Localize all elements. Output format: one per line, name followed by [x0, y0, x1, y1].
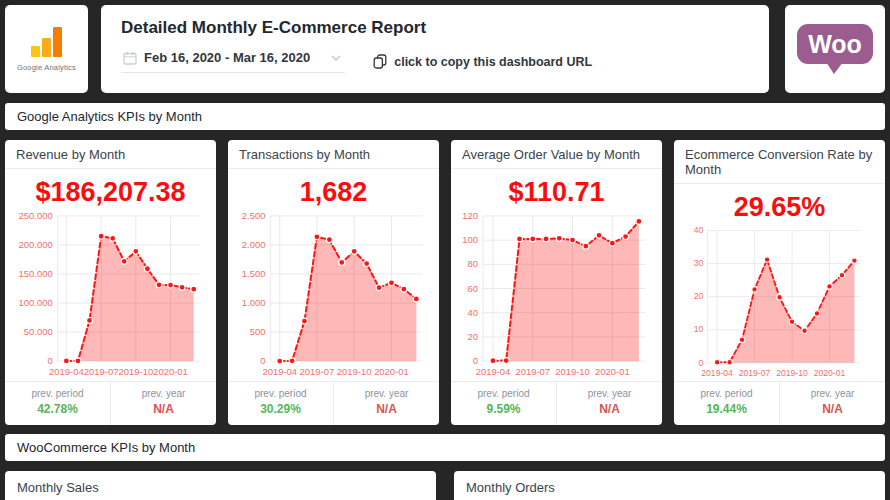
- copy-url-label: click to copy this dashboard URL: [394, 55, 592, 69]
- svg-text:1.000: 1.000: [242, 297, 266, 308]
- svg-text:2019-04: 2019-04: [476, 366, 511, 377]
- svg-text:2019-07: 2019-07: [739, 368, 771, 378]
- svg-text:2020-01: 2020-01: [153, 366, 188, 377]
- kpi-value: 29.65%: [674, 184, 885, 223]
- google-analytics-label: Google Analytics: [17, 63, 76, 72]
- kpi-card-revenue: Revenue by Month $186,207.38 050.000100.…: [5, 140, 216, 425]
- dashboard-page: Google Analytics Detailed Monthly E-Comm…: [0, 0, 890, 500]
- header-row: Google Analytics Detailed Monthly E-Comm…: [5, 5, 885, 93]
- prev-period-cell: prev. period 9.59%: [451, 382, 556, 425]
- kpi-value: $110.71: [451, 169, 662, 208]
- kpi-footer: prev. period 9.59% prev. year N/A: [451, 381, 662, 425]
- prev-year-label: prev. year: [780, 388, 885, 399]
- prev-period-cell: prev. period 19.44%: [674, 382, 779, 425]
- prev-period-cell: prev. period 30.29%: [228, 382, 333, 425]
- svg-text:2020-01: 2020-01: [595, 366, 630, 377]
- prev-year-cell: prev. year N/A: [556, 382, 662, 425]
- prev-year-value: N/A: [780, 402, 885, 416]
- prev-period-value: 30.29%: [228, 402, 333, 416]
- prev-year-cell: prev. year N/A: [779, 382, 885, 425]
- svg-text:2019-04: 2019-04: [49, 366, 84, 377]
- svg-text:20: 20: [694, 291, 704, 301]
- svg-text:0: 0: [473, 355, 478, 366]
- header-controls: Feb 16, 2020 - Mar 16, 2020 click to cop…: [121, 50, 749, 73]
- svg-text:200.000: 200.000: [19, 239, 53, 250]
- prev-period-label: prev. period: [5, 388, 110, 399]
- svg-text:40: 40: [694, 225, 704, 235]
- prev-year-label: prev. year: [111, 388, 216, 399]
- transactions-chart[interactable]: 05001.0001.5002.0002.5002019-042019-0720…: [228, 208, 439, 381]
- svg-text:80: 80: [468, 258, 479, 269]
- kpi-footer: prev. period 30.29% prev. year N/A: [228, 381, 439, 425]
- kpi-card-average-order-value: Average Order Value by Month $110.71 020…: [451, 140, 662, 425]
- google-analytics-icon: [30, 27, 64, 57]
- svg-text:50.000: 50.000: [24, 326, 53, 337]
- prev-year-value: N/A: [557, 402, 662, 416]
- woo-logo-text: Woo: [808, 30, 862, 58]
- kpi-value: $186,207.38: [5, 169, 216, 208]
- kpi-title: Average Order Value by Month: [451, 140, 662, 169]
- average-order-value-chart[interactable]: 0204060801001202019-042019-072019-102020…: [451, 208, 662, 381]
- section-title: Google Analytics KPIs by Month: [17, 109, 202, 124]
- bottom-row: Monthly Sales Monthly Orders: [5, 471, 885, 500]
- report-header-card: Detailed Monthly E-Commerce Report Feb 1…: [101, 5, 769, 93]
- svg-text:20: 20: [468, 331, 479, 342]
- svg-text:2019-10: 2019-10: [555, 366, 590, 377]
- svg-text:2019-07: 2019-07: [515, 366, 550, 377]
- card-monthly-sales: Monthly Sales: [5, 471, 436, 500]
- prev-period-value: 9.59%: [451, 402, 556, 416]
- prev-year-cell: prev. year N/A: [110, 382, 216, 425]
- prev-period-label: prev. period: [451, 388, 556, 399]
- prev-period-cell: prev. period 42.78%: [5, 382, 110, 425]
- svg-text:30: 30: [694, 258, 704, 268]
- svg-text:2020-01: 2020-01: [814, 368, 846, 378]
- google-analytics-badge: Google Analytics: [5, 5, 88, 93]
- kpi-row: Revenue by Month $186,207.38 050.000100.…: [5, 140, 885, 425]
- kpi-footer: prev. period 42.78% prev. year N/A: [5, 381, 216, 425]
- svg-text:2019-10: 2019-10: [776, 368, 808, 378]
- kpi-card-transactions: Transactions by Month 1,682 05001.0001.5…: [228, 140, 439, 425]
- report-title: Detailed Monthly E-Commerce Report: [121, 18, 749, 38]
- kpi-card-conversion-rate: Ecommerce Conversion Rate by Month 29.65…: [674, 140, 885, 425]
- svg-text:150.000: 150.000: [19, 268, 53, 279]
- card-monthly-orders: Monthly Orders: [454, 471, 885, 500]
- svg-text:2020-01: 2020-01: [374, 366, 409, 377]
- date-range-value: Feb 16, 2020 - Mar 16, 2020: [144, 50, 310, 65]
- svg-text:2019-07: 2019-07: [300, 366, 335, 377]
- prev-period-value: 42.78%: [5, 402, 110, 416]
- svg-text:60: 60: [468, 283, 479, 294]
- svg-text:0: 0: [698, 358, 703, 368]
- svg-text:40: 40: [468, 307, 479, 318]
- svg-text:2.500: 2.500: [242, 210, 266, 221]
- date-range-picker[interactable]: Feb 16, 2020 - Mar 16, 2020: [121, 50, 345, 73]
- svg-text:2019-07: 2019-07: [84, 366, 119, 377]
- svg-text:100: 100: [462, 234, 478, 245]
- section-title: WooCommerce KPIs by Month: [17, 440, 195, 455]
- kpi-title: Ecommerce Conversion Rate by Month: [674, 140, 885, 184]
- prev-period-label: prev. period: [674, 388, 779, 399]
- svg-text:120: 120: [462, 210, 478, 221]
- prev-year-cell: prev. year N/A: [333, 382, 439, 425]
- revenue-chart[interactable]: 050.000100.000150.000200.000250.0002019-…: [5, 208, 216, 381]
- svg-text:100.000: 100.000: [19, 297, 53, 308]
- prev-period-value: 19.44%: [674, 402, 779, 416]
- calendar-icon: [123, 51, 137, 65]
- section-header-google-analytics: Google Analytics KPIs by Month: [5, 103, 885, 130]
- conversion-rate-chart[interactable]: 0102030402019-042019-072019-102020-01: [674, 223, 885, 381]
- chevron-down-icon: [331, 55, 341, 61]
- prev-year-label: prev. year: [334, 388, 439, 399]
- prev-year-value: N/A: [334, 402, 439, 416]
- copy-icon: [373, 54, 387, 69]
- prev-period-label: prev. period: [228, 388, 333, 399]
- svg-text:2.000: 2.000: [242, 239, 266, 250]
- copy-url-button[interactable]: click to copy this dashboard URL: [373, 54, 592, 69]
- card-title: Monthly Sales: [5, 471, 436, 500]
- woo-logo-icon: Woo: [796, 23, 874, 75]
- svg-text:1.500: 1.500: [242, 268, 266, 279]
- kpi-value: 1,682: [228, 169, 439, 208]
- svg-text:2019-04: 2019-04: [701, 368, 733, 378]
- svg-text:250.000: 250.000: [19, 210, 53, 221]
- kpi-title: Transactions by Month: [228, 140, 439, 169]
- svg-text:0: 0: [260, 355, 265, 366]
- svg-text:500: 500: [250, 326, 266, 337]
